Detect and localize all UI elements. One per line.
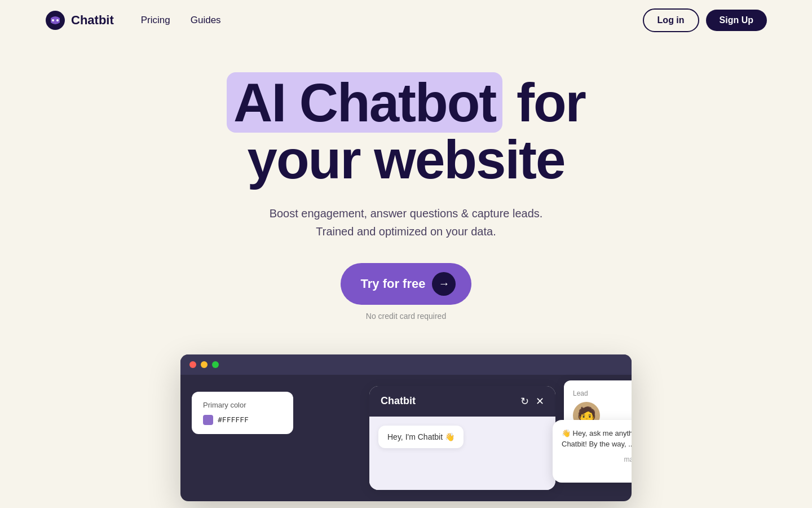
nav-left: Chatbit Pricing Guides <box>45 10 221 30</box>
browser-content: Primary color #FFFFFF Chatbit ↻ ✕ Hey, I… <box>180 375 632 501</box>
navbar: Chatbit Pricing Guides Log in Sign Up <box>0 0 812 41</box>
chat-float-message: 👋 Hey, ask me anything about Chatbit! By… <box>562 428 632 450</box>
hero-section: AI Chatbot for your website Boost engage… <box>0 41 812 343</box>
widget-title: Chatbit <box>381 395 416 407</box>
cta-note: No credit card required <box>366 312 446 321</box>
try-free-button[interactable]: Try for free → <box>341 263 472 305</box>
close-icon[interactable]: ✕ <box>536 395 544 408</box>
chat-bubble: Hey, I'm Chatbit 👋 <box>378 426 464 448</box>
color-hex: #FFFFFF <box>218 415 249 424</box>
logo[interactable]: Chatbit <box>45 10 114 30</box>
nav-link-pricing[interactable]: Pricing <box>141 15 170 26</box>
hero-title-for: for <box>517 72 585 133</box>
hero-title-website: your website <box>248 129 565 190</box>
logo-icon <box>45 10 65 30</box>
login-button[interactable]: Log in <box>643 8 699 32</box>
primary-color-card: Primary color #FFFFFF <box>192 392 293 434</box>
svg-point-2 <box>56 19 59 21</box>
widget-icons: ↻ ✕ <box>520 395 544 408</box>
primary-color-label: Primary color <box>203 401 282 409</box>
color-swatch <box>203 415 213 425</box>
browser-section: Primary color #FFFFFF Chatbit ↻ ✕ Hey, I… <box>0 354 812 501</box>
widget-header: Chatbit ↻ ✕ <box>369 386 555 417</box>
nav-link-guides[interactable]: Guides <box>191 15 221 26</box>
chat-float: 👋 Hey, ask me anything about Chatbit! By… <box>553 420 632 483</box>
chat-float-email: marvin@ex-dot.com (208) 555-0112 <box>562 454 632 475</box>
color-swatch-row: #FFFFFF <box>203 415 282 425</box>
refresh-icon[interactable]: ↻ <box>520 395 529 408</box>
lead-label: Lead <box>573 389 632 397</box>
browser-bar <box>180 354 632 375</box>
widget-body: Hey, I'm Chatbit 👋 <box>369 417 555 490</box>
hero-subtitle: Boost engagement, answer questions & cap… <box>259 204 553 240</box>
svg-point-1 <box>52 19 54 21</box>
arrow-icon: → <box>432 272 456 296</box>
browser-dot-yellow <box>201 361 208 368</box>
hero-title: AI Chatbot for your website <box>227 75 585 189</box>
chatbit-widget: Chatbit ↻ ✕ Hey, I'm Chatbit 👋 <box>369 386 555 490</box>
nav-links: Pricing Guides <box>141 15 221 26</box>
browser-dot-green <box>212 361 219 368</box>
nav-right: Log in Sign Up <box>643 8 767 32</box>
browser-dot-red <box>189 361 196 368</box>
hero-title-highlight: AI Chatbot <box>227 72 502 133</box>
signup-button[interactable]: Sign Up <box>706 10 767 31</box>
try-free-label: Try for free <box>361 277 426 291</box>
browser-window: Primary color #FFFFFF Chatbit ↻ ✕ Hey, I… <box>180 354 632 501</box>
hero-cta-wrapper: Try for free → No credit card required <box>341 263 472 321</box>
brand-name: Chatbit <box>71 13 114 28</box>
